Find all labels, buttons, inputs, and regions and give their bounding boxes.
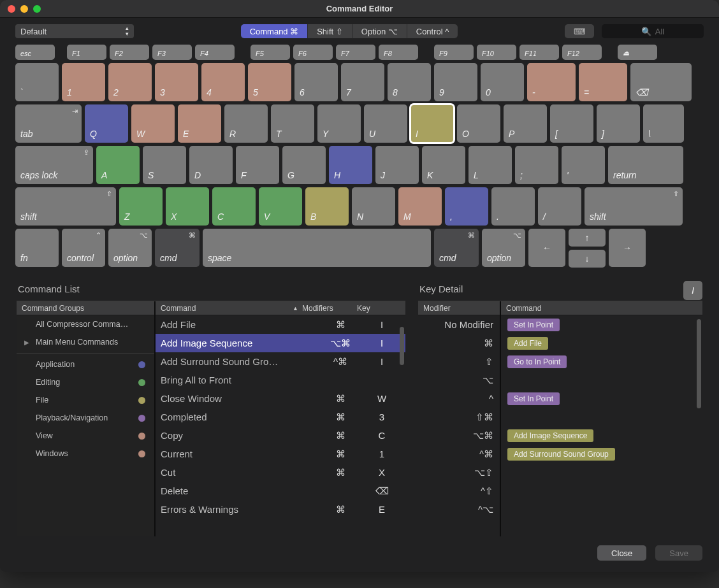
- key-f8[interactable]: F8: [379, 45, 418, 60]
- key-f4[interactable]: F4: [195, 45, 235, 60]
- key-detail-command-row[interactable]: Add Surround Sound Group: [501, 445, 702, 463]
- key-detail-command-row[interactable]: [501, 500, 702, 519]
- key-detail-command-row[interactable]: [501, 408, 702, 426]
- key-q[interactable]: Q: [85, 104, 128, 143]
- close-button[interactable]: Close: [597, 545, 646, 561]
- key-y[interactable]: Y: [317, 104, 361, 143]
- command-group-item[interactable]: All Compressor Comma…: [17, 315, 154, 333]
- command-row[interactable]: Cut⌘X: [156, 463, 405, 482]
- key-detail-command-row[interactable]: [501, 482, 702, 500]
- key-[interactable]: ': [562, 146, 605, 184]
- key-detail-command-row[interactable]: Go to In Point: [501, 352, 702, 371]
- key-f7[interactable]: F7: [336, 45, 375, 60]
- command-group-item[interactable]: Windows: [17, 445, 154, 463]
- key-b[interactable]: B: [305, 187, 349, 226]
- command-group-item[interactable]: ▶Main Menu Commands: [17, 333, 154, 351]
- key-[interactable]: ;: [515, 146, 558, 184]
- key-detail-command-row[interactable]: Add Image Sequence: [501, 426, 702, 445]
- key-[interactable]: ⏏: [618, 45, 657, 60]
- scrollbar-thumb[interactable]: [400, 327, 404, 365]
- key-g[interactable]: G: [282, 146, 326, 184]
- command-row[interactable]: Errors & Warnings⌘E: [156, 500, 405, 519]
- preset-dropdown[interactable]: Default ▴▾: [15, 24, 134, 38]
- command-group-item[interactable]: View: [17, 427, 154, 445]
- save-button[interactable]: Save: [655, 545, 702, 561]
- command-row[interactable]: Add Image Sequence⌥⌘I: [156, 334, 405, 352]
- key-detail-command-row[interactable]: [501, 371, 702, 389]
- key-h[interactable]: H: [329, 146, 372, 184]
- key-o[interactable]: O: [457, 104, 500, 143]
- key-9[interactable]: 9: [434, 63, 477, 101]
- keyboard-highlight-button[interactable]: ⌨: [565, 24, 594, 38]
- key-tab[interactable]: tab⇥: [15, 104, 82, 143]
- key-[interactable]: ←: [528, 229, 565, 267]
- key-[interactable]: →: [609, 229, 646, 267]
- command-row[interactable]: Delete⌫: [156, 482, 405, 500]
- key-shift[interactable]: shift⇧: [585, 187, 683, 226]
- command-group-item[interactable]: Editing: [17, 373, 154, 391]
- key-detail-command-row[interactable]: [501, 463, 702, 482]
- key-[interactable]: ]: [597, 104, 640, 143]
- key-detail-command-row[interactable]: Set In Point: [501, 389, 702, 408]
- key-fn[interactable]: fn: [15, 229, 59, 267]
- key-[interactable]: ↓: [569, 250, 606, 268]
- command-group-item[interactable]: Playback/Navigation: [17, 409, 154, 427]
- key-return[interactable]: return: [608, 146, 683, 184]
- key-space[interactable]: space: [203, 229, 431, 267]
- key-detail-command-row[interactable]: Set In Point: [501, 315, 702, 334]
- key-u[interactable]: U: [364, 104, 407, 143]
- key-f3[interactable]: F3: [152, 45, 192, 60]
- key-f10[interactable]: F10: [477, 45, 516, 60]
- key-5[interactable]: 5: [248, 63, 291, 101]
- key-l[interactable]: L: [468, 146, 512, 184]
- key-f1[interactable]: F1: [67, 45, 106, 60]
- command-row[interactable]: Current⌘1: [156, 445, 405, 463]
- key-f9[interactable]: F9: [434, 45, 474, 60]
- command-row[interactable]: Bring All to Front: [156, 371, 405, 389]
- key-2[interactable]: 2: [108, 63, 152, 101]
- key-option[interactable]: option⌥: [108, 229, 152, 267]
- command-row[interactable]: Add File⌘I: [156, 315, 405, 334]
- key-f6[interactable]: F6: [293, 45, 333, 60]
- key-7[interactable]: 7: [341, 63, 384, 101]
- key-detail-command-row[interactable]: Add File: [501, 334, 702, 352]
- key-n[interactable]: N: [352, 187, 395, 226]
- command-row[interactable]: Completed⌘3: [156, 408, 405, 426]
- key-f12[interactable]: F12: [562, 45, 602, 60]
- key-s[interactable]: S: [143, 146, 186, 184]
- command-row[interactable]: Add Surround Sound Gro…^⌘I: [156, 352, 405, 371]
- key-[interactable]: ⌫: [630, 63, 692, 101]
- key-a[interactable]: A: [96, 146, 140, 184]
- key-control[interactable]: control⌃: [62, 229, 105, 267]
- modifier-option-button[interactable]: Option ⌥: [352, 24, 407, 38]
- key-i[interactable]: I: [410, 104, 454, 143]
- key-[interactable]: ,: [445, 187, 488, 226]
- scrollbar-thumb[interactable]: [697, 319, 701, 408]
- key-[interactable]: [: [550, 104, 593, 143]
- key-r[interactable]: R: [224, 104, 268, 143]
- key-f5[interactable]: F5: [251, 45, 290, 60]
- key-6[interactable]: 6: [294, 63, 338, 101]
- key-p[interactable]: P: [504, 104, 547, 143]
- key-f[interactable]: F: [236, 146, 279, 184]
- key-8[interactable]: 8: [388, 63, 431, 101]
- key-x[interactable]: X: [166, 187, 209, 226]
- key-[interactable]: /: [538, 187, 581, 226]
- key-1[interactable]: 1: [62, 63, 105, 101]
- key-[interactable]: -: [527, 63, 576, 101]
- key-v[interactable]: V: [259, 187, 302, 226]
- key-d[interactable]: D: [189, 146, 233, 184]
- key-cmd[interactable]: cmd⌘: [155, 229, 200, 267]
- key-0[interactable]: 0: [481, 63, 524, 101]
- key-m[interactable]: M: [398, 187, 442, 226]
- command-group-item[interactable]: File: [17, 391, 154, 409]
- key-3[interactable]: 3: [155, 63, 198, 101]
- key-[interactable]: \: [643, 104, 684, 143]
- key-capslock[interactable]: caps lock⇪: [15, 146, 93, 184]
- key-f11[interactable]: F11: [519, 45, 559, 60]
- modifier-command-button[interactable]: Command ⌘: [241, 24, 309, 38]
- modifier-shift-button[interactable]: Shift ⇧: [308, 24, 352, 38]
- key-option[interactable]: option⌥: [482, 229, 525, 267]
- key-c[interactable]: C: [212, 187, 256, 226]
- key-cmd[interactable]: cmd⌘: [434, 229, 479, 267]
